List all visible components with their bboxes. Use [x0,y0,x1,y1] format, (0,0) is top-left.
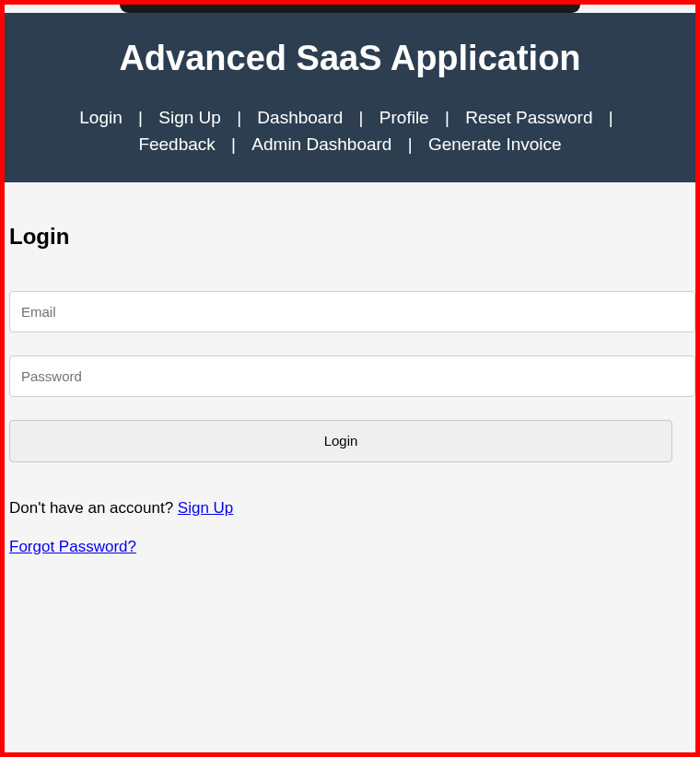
nav-reset-password[interactable]: Reset Password [463,108,594,127]
main-content: Login Login Don't have an account? Sign … [5,224,695,556]
page-title: Login [9,224,695,250]
nav-separator: | [129,108,152,127]
nav-generate-invoice[interactable]: Generate Invoice [426,134,564,154]
no-account-text: Don't have an account? [9,499,178,517]
signup-link[interactable]: Sign Up [178,499,233,517]
password-field-wrapper [9,355,695,397]
nav-separator: | [436,108,459,127]
forgot-password-helper: Forgot Password? [9,538,695,556]
nav-login[interactable]: Login [77,108,124,127]
email-field-wrapper [9,291,695,332]
login-button[interactable]: Login [9,420,672,462]
forgot-password-link[interactable]: Forgot Password? [9,538,136,555]
nav-separator: | [228,108,251,127]
email-field[interactable] [9,291,695,332]
nav-feedback[interactable]: Feedback [136,134,216,154]
nav-separator: | [399,134,422,154]
nav-admin-dashboard[interactable]: Admin Dashboard [250,134,393,154]
app-header: Advanced SaaS Application Login | Sign U… [5,13,695,182]
password-field[interactable] [9,355,695,397]
nav-separator: | [600,108,623,127]
nav-separator: | [350,108,373,127]
nav-signup[interactable]: Sign Up [157,108,223,127]
nav-dashboard[interactable]: Dashboard [255,108,344,127]
app-title: Advanced SaaS Application [14,39,686,78]
no-account-helper: Don't have an account? Sign Up [9,499,695,518]
nav-separator: | [222,134,245,154]
nav-profile[interactable]: Profile [378,108,431,127]
main-nav: Login | Sign Up | Dashboard | Profile | … [14,104,686,158]
window-top-bar [120,5,580,13]
